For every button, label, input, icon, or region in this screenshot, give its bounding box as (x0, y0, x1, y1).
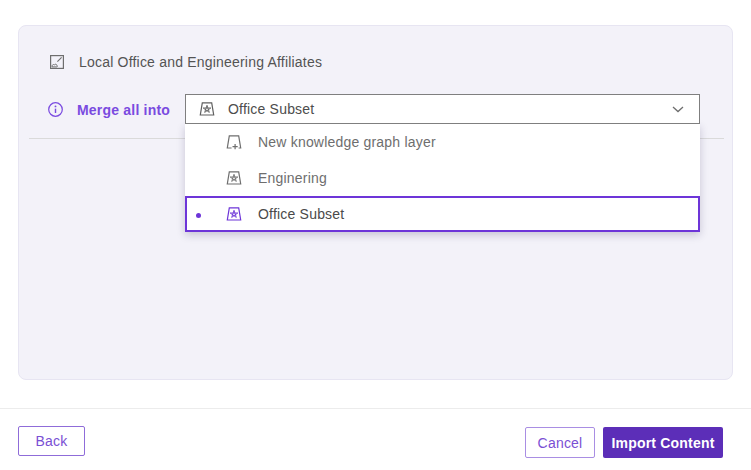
option-label: New knowledge graph layer (258, 134, 436, 150)
new-knowledge-graph-layer-icon (225, 133, 243, 151)
merge-target-select-value: Office Subset (228, 101, 314, 117)
merge-target-dropdown: New knowledge graph layer Enginering Off… (185, 124, 700, 232)
info-icon[interactable] (47, 101, 64, 118)
source-layer-row: Local Office and Engineering Affiliates (48, 53, 322, 71)
sketch-layer-icon (48, 53, 66, 71)
import-content-button[interactable]: Import Content (603, 427, 723, 458)
chevron-down-icon (672, 106, 684, 113)
merge-all-into-label: Merge all into (77, 102, 170, 118)
footer-divider (0, 408, 751, 409)
merge-all-into-row: Merge all into (47, 101, 170, 118)
knowledge-graph-layer-icon (225, 169, 243, 187)
option-office-subset-selected[interactable]: Office Subset (185, 196, 700, 232)
option-label: Office Subset (258, 206, 344, 222)
knowledge-graph-layer-icon (198, 100, 216, 118)
option-new-knowledge-graph-layer[interactable]: New knowledge graph layer (185, 124, 700, 160)
option-enginering[interactable]: Enginering (185, 160, 700, 196)
import-dialog: Local Office and Engineering Affiliates … (0, 0, 751, 470)
source-layer-label: Local Office and Engineering Affiliates (79, 54, 322, 70)
merge-target-select[interactable]: Office Subset (185, 94, 700, 124)
cancel-button[interactable]: Cancel (525, 427, 595, 458)
selected-bullet (196, 213, 201, 218)
back-button[interactable]: Back (18, 426, 85, 456)
option-label: Enginering (258, 170, 327, 186)
knowledge-graph-layer-icon (225, 205, 243, 223)
